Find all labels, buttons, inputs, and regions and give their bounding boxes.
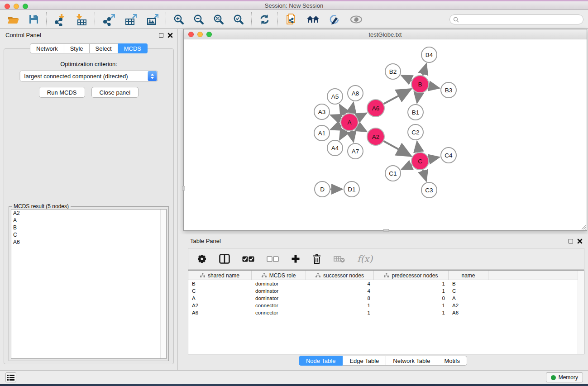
edge-A-A8[interactable] <box>351 103 354 114</box>
node-B4[interactable]: B4 <box>421 47 437 62</box>
table-row[interactable]: Adominator80A <box>188 295 578 302</box>
zoom-out-icon[interactable] <box>193 14 204 25</box>
table-row[interactable]: A2connector11A2 <box>188 302 578 309</box>
node-A1[interactable]: A1 <box>314 125 330 141</box>
table-row[interactable]: Bdominator41B <box>188 280 578 287</box>
function-fx-icon[interactable]: f(x) <box>357 253 373 264</box>
edge-A-A7[interactable] <box>351 131 354 142</box>
column-header-MCDS-role[interactable]: MCDS role <box>252 271 306 280</box>
zoom-fit-icon[interactable] <box>213 14 224 25</box>
plus-icon[interactable] <box>291 254 300 263</box>
edge-C-C2[interactable] <box>417 142 419 152</box>
run-mcds-button[interactable]: Run MCDS <box>39 87 85 98</box>
mcds-result-list[interactable]: A2ABCA6 <box>11 209 167 359</box>
tab-node-table[interactable]: Node Table <box>299 356 343 366</box>
node-B[interactable]: B <box>411 76 429 93</box>
checked-boxes-icon[interactable] <box>242 256 254 262</box>
edge-C-C3[interactable] <box>423 170 426 181</box>
table-import-icon[interactable] <box>76 13 87 26</box>
tab-select[interactable]: Select <box>90 43 118 53</box>
node-A8[interactable]: A8 <box>348 86 363 101</box>
result-scrollbar[interactable] <box>160 210 166 358</box>
node-B1[interactable]: B1 <box>408 105 423 120</box>
double-home-icon[interactable] <box>306 14 320 24</box>
edge-B-B4[interactable] <box>423 64 426 76</box>
table-row[interactable]: Cdominator41C <box>188 287 578 295</box>
floppy-save-icon[interactable] <box>29 14 39 24</box>
pen-circle-icon[interactable] <box>329 14 341 25</box>
table-scrollbar[interactable] <box>578 271 584 354</box>
node-C[interactable]: C <box>411 152 429 170</box>
network-window-titlebar[interactable]: testGlobe.txt <box>184 29 587 39</box>
network-import-icon[interactable] <box>54 13 67 26</box>
node-A4[interactable]: A4 <box>327 140 343 156</box>
table-export-icon[interactable] <box>124 13 137 26</box>
vertical-scroll-grip[interactable] <box>182 186 185 191</box>
node-B2[interactable]: B2 <box>385 64 401 79</box>
gear-icon[interactable] <box>197 254 207 264</box>
edge-C-C4[interactable] <box>429 157 440 159</box>
node-A7[interactable]: A7 <box>348 143 363 159</box>
edge-B-B3[interactable] <box>429 86 440 88</box>
node-A2[interactable]: A2 <box>367 128 384 145</box>
edge-B-B1[interactable] <box>417 93 418 103</box>
tab-network[interactable]: Network <box>30 43 64 53</box>
trash-icon[interactable] <box>312 254 321 264</box>
unchecked-boxes-icon[interactable] <box>267 256 279 262</box>
network-graph[interactable]: B4B2BB3B1A5A8A6A3AA1C2A2A4A7C4CC1C3DD1 <box>184 39 587 230</box>
table-row[interactable]: A6connector11A6 <box>188 309 578 316</box>
edge-C-C1[interactable] <box>402 165 412 169</box>
edge-A-A6[interactable] <box>358 113 367 118</box>
task-history-button[interactable] <box>5 372 16 382</box>
grid-delete-icon[interactable] <box>334 255 345 263</box>
zoom-in-icon[interactable] <box>173 14 184 25</box>
table-close-panel-icon[interactable] <box>577 238 583 244</box>
node-A[interactable]: A <box>341 114 358 131</box>
node-C1[interactable]: C1 <box>385 166 401 181</box>
result-item[interactable]: B <box>11 224 166 231</box>
eye-icon[interactable] <box>350 15 363 24</box>
edge-B-B2[interactable] <box>402 76 412 81</box>
refresh-icon[interactable] <box>259 14 270 25</box>
search-field[interactable] <box>449 14 583 24</box>
column-header-shared-name[interactable]: shared name <box>188 271 252 280</box>
float-panel-icon[interactable] <box>159 33 163 38</box>
node-A3[interactable]: A3 <box>314 104 330 119</box>
tab-motifs[interactable]: Motifs <box>437 356 467 366</box>
tab-edge-table[interactable]: Edge Table <box>343 356 386 366</box>
column-header-predecessor-nodes[interactable]: predecessor nodes <box>374 271 449 280</box>
document-network-icon[interactable] <box>285 13 297 26</box>
node-A5[interactable]: A5 <box>327 89 343 104</box>
tab-style[interactable]: Style <box>64 43 90 53</box>
close-panel-icon[interactable] <box>167 33 173 38</box>
resize-grip-icon[interactable] <box>580 224 586 230</box>
edge-A-A2[interactable] <box>358 127 367 132</box>
node-table[interactable]: shared nameMCDS rolesuccessor nodesprede… <box>188 270 584 354</box>
tab-network-table[interactable]: Network Table <box>386 356 437 366</box>
network-canvas[interactable]: B4B2BB3B1A5A8A6A3AA1C2A2A4A7C4CC1C3DD1 <box>184 39 587 230</box>
result-item[interactable]: A6 <box>11 238 166 246</box>
tab-mcds[interactable]: MCDS <box>118 43 148 53</box>
edge-A-A4[interactable] <box>339 130 345 139</box>
zoom-check-icon[interactable] <box>233 14 244 25</box>
edge-A-A1[interactable] <box>331 125 341 129</box>
node-B3[interactable]: B3 <box>441 82 456 98</box>
horizontal-scroll-grip[interactable] <box>383 229 389 232</box>
edge-A2-C[interactable] <box>384 141 411 156</box>
edge-A-A3[interactable] <box>331 115 341 119</box>
folder-open-icon[interactable] <box>7 14 19 24</box>
column-header-name[interactable]: name <box>449 271 488 280</box>
criterion-select[interactable]: largest connected component (directed) <box>20 71 158 81</box>
node-C4[interactable]: C4 <box>441 148 456 163</box>
edge-A6-B[interactable] <box>384 89 411 104</box>
close-panel-button[interactable]: Close panel <box>91 87 139 98</box>
memory-button[interactable]: Memory <box>546 372 583 382</box>
node-A6[interactable]: A6 <box>367 100 384 117</box>
edge-A-A5[interactable] <box>339 105 345 114</box>
result-item[interactable]: C <box>11 231 166 238</box>
split-columns-icon[interactable] <box>219 254 230 264</box>
result-item[interactable]: A <box>11 217 166 224</box>
search-input[interactable] <box>461 16 574 23</box>
network-export-icon[interactable] <box>102 13 115 26</box>
table-float-panel-icon[interactable] <box>569 239 573 243</box>
